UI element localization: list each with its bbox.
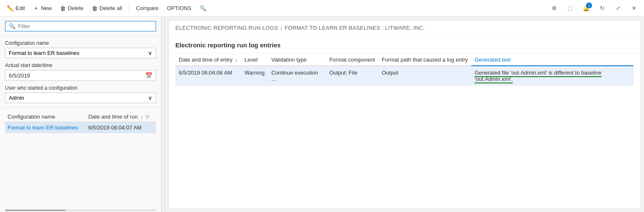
filter-funnel-icon: ▽ [146,114,149,119]
delete-icon: 🗑 [60,5,66,12]
log-table-row[interactable]: 6/5/2019 06:04:08 AM Warning Continue ex… [175,66,634,86]
options-button[interactable]: OPTIONS [164,3,195,13]
refresh-icon-button[interactable]: ↻ [595,2,609,15]
left-scrollbar[interactable] [0,209,161,212]
delete-all-icon: 🗑 [92,5,98,12]
log-validation-type: Continue execution ... [268,66,326,86]
col-validation-type[interactable]: Validation type [268,53,326,66]
user-dropdown[interactable]: Admin ∨ [5,93,156,103]
left-row-config-name: Format to learn ER baselines [5,122,86,134]
popout-icon-button[interactable]: ⤢ [611,2,625,15]
notification-button[interactable]: 🔔 1 [579,2,593,15]
main-area: 🔍 Configuration name Format to learn ER … [0,17,644,212]
breadcrumb: ELECTRONIC REPORTING RUN LOGS | FORMAT T… [169,21,640,36]
config-name-dropdown[interactable]: Format to learn ER baselines ∨ [5,48,156,58]
office-icon-button[interactable]: ⬚ [563,2,577,15]
settings-icon: ⚙ [552,5,557,11]
toolbar: ✏️ Edit ＋ New 🗑 Delete 🗑 Delete all Comp… [0,0,644,17]
log-format-component: Output: File [326,66,378,86]
refresh-icon: ↻ [600,5,605,11]
chevron-down-icon: ∨ [148,50,152,56]
scroll-track [5,209,156,211]
close-icon: ✕ [632,5,636,11]
config-name-label: Configuration name [5,40,156,46]
log-format-path: Output [378,66,471,86]
table-row[interactable]: Format to learn ER baselines 6/5/2019 06… [5,122,156,134]
filter-section: Configuration name Format to learn ER ba… [0,36,161,108]
settings-icon-button[interactable]: ⚙ [548,2,561,15]
delete-label: Delete [68,5,83,11]
filter-search-icon: 🔍 [9,23,16,29]
search-button[interactable]: 🔍 [196,3,210,13]
calendar-icon[interactable]: 📅 [145,72,152,79]
toolbar-right: ⚙ ⬚ 🔔 1 ↻ ⤢ ✕ [548,2,641,15]
compare-label: Compare [136,5,158,11]
left-row-datetime: 6/5/2019 06:04:07 AM [86,122,156,134]
col-format-path[interactable]: Format path that caused a log entry [378,53,471,66]
new-button[interactable]: ＋ New [30,3,55,14]
col-format-component[interactable]: Format component [326,53,378,66]
left-table: Configuration name Date and time of run … [5,112,156,133]
drag-dots: ⋮ [162,112,165,117]
date-input[interactable] [9,72,145,79]
filter-input[interactable] [18,23,152,29]
edit-label: Edit [16,5,25,11]
left-table-area: Configuration name Date and time of run … [0,108,161,209]
breadcrumb-part1: ELECTRONIC REPORTING RUN LOGS [175,25,278,31]
log-entries-title: Electronic reporting run log entries [169,36,640,53]
user-chevron-icon: ∨ [148,95,152,101]
office-icon: ⬚ [568,5,573,11]
log-date-time: 6/5/2019 06:04:08 AM [175,66,241,86]
notification-badge: 1 [586,3,592,8]
log-table-container: Date and time of entry ↓ Level Validatio… [169,53,640,208]
new-label: New [41,5,52,11]
scroll-thumb [5,209,65,211]
delete-all-label: Delete all [99,5,122,11]
user-label: User who started a configuration [5,85,156,91]
col-generated-text[interactable]: Generated text [471,53,634,66]
start-date-field: Actual start date/time 📅 [5,62,156,81]
config-name-field: Configuration name Format to learn ER ba… [5,40,156,58]
generated-text-underline: Generated file 'out.Admin.xml' is differ… [475,70,601,83]
close-icon-button[interactable]: ✕ [627,2,641,15]
log-generated-text: Generated file 'out.Admin.xml' is differ… [471,66,634,86]
options-label: OPTIONS [167,5,192,11]
search-icon: 🔍 [200,5,206,11]
compare-button[interactable]: Compare [133,3,162,13]
left-panel: 🔍 Configuration name Format to learn ER … [0,17,162,212]
divider-1 [129,4,129,13]
edit-button[interactable]: ✏️ Edit [3,3,28,13]
plus-icon: ＋ [33,5,39,12]
drag-handle[interactable]: ⋮ [162,17,165,212]
filter-box: 🔍 [0,17,161,36]
col-config-name[interactable]: Configuration name [5,112,86,122]
filter-input-wrapper[interactable]: 🔍 [5,21,156,31]
date-sort-icon: ↓ [235,57,238,63]
col-date-time-entry[interactable]: Date and time of entry ↓ [175,53,241,66]
log-table: Date and time of entry ↓ Level Validatio… [175,53,634,86]
user-field: User who started a configuration Admin ∨ [5,85,156,103]
user-value: Admin [9,95,24,101]
delete-all-button[interactable]: 🗑 Delete all [89,3,125,13]
col-level[interactable]: Level [241,53,268,66]
date-input-wrapper[interactable]: 📅 [5,70,156,81]
breadcrumb-separator: | [281,25,282,31]
config-name-value: Format to learn ER baselines [9,50,79,56]
log-level: Warning [241,66,268,86]
breadcrumb-part2: FORMAT TO LEARN ER BASELINES : LITWARE, … [284,25,425,31]
delete-button[interactable]: 🗑 Delete [57,3,87,13]
start-date-label: Actual start date/time [5,62,156,68]
popout-icon: ⤢ [616,5,621,11]
right-panel: ELECTRONIC REPORTING RUN LOGS | FORMAT T… [168,20,641,209]
col-datetime-run[interactable]: Date and time of run ↓ ▽ [86,112,156,122]
edit-icon: ✏️ [7,5,14,12]
sort-icon: ↓ [141,114,143,120]
